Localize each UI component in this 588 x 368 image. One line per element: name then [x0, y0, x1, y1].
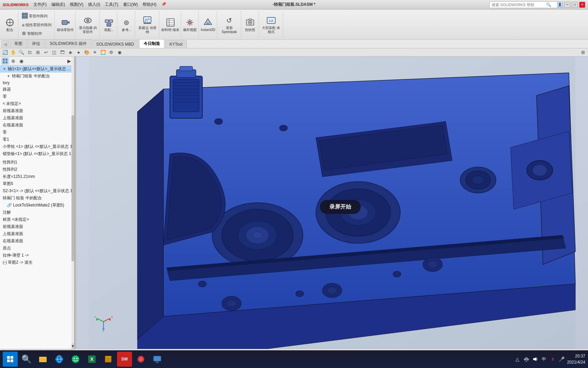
tree-item-door-mates[interactable]: 轿厢门 组装 中的配合 [0, 195, 74, 202]
search-icon[interactable]: 🔍 [546, 2, 551, 7]
screen-app-button[interactable] [150, 352, 165, 367]
tree-item-lock-sketch[interactable]: 🔗 LockToSketchMate2 (草图5) [0, 202, 74, 209]
tree-item-front-plane2[interactable]: 前视基准面 [0, 223, 74, 230]
tree-item-9[interactable]: 零 [0, 129, 74, 136]
app-red-button[interactable] [133, 352, 148, 367]
prev-view-icon[interactable]: ↩ [42, 49, 50, 56]
tree-item-pattern2[interactable]: 性阵列2 [0, 166, 74, 173]
tab-solidworks-mbd[interactable]: SOLIDWORKS MBD [92, 40, 138, 48]
tree-item-pattern1[interactable]: 性阵列1 [0, 159, 74, 166]
menu-insert[interactable]: 插入(I) [86, 1, 102, 8]
view-settings-icon[interactable]: ⚙ [108, 49, 115, 56]
tab-hidden[interactable]: ◁ [1, 40, 9, 48]
tree-item-right-plane2[interactable]: 右视基准面 [0, 237, 74, 245]
menu-pin[interactable]: 📌 [159, 1, 168, 8]
tab-evaluate[interactable]: 评估 [28, 39, 45, 48]
tree-item-mates[interactable]: ▼ 轿厢门组装 中的配合 [0, 73, 74, 80]
excel-button[interactable]: X [84, 352, 99, 367]
menu-tools[interactable]: 工具(T) [103, 1, 120, 8]
help-search-input[interactable] [492, 3, 546, 7]
section-view-icon[interactable]: ◫ [50, 49, 58, 56]
menu-edit[interactable]: 编辑(E) [49, 1, 67, 8]
tree-item-annotation[interactable]: 注解 [0, 209, 74, 216]
tree-item-pulley[interactable]: 小带轮 <1> (默认 <<默认>_显示状态 1 [0, 143, 74, 150]
close-button[interactable]: ✕ [579, 2, 585, 8]
rotate-view-icon[interactable]: 🔄 [1, 49, 9, 56]
tray-sound[interactable] [532, 356, 539, 363]
help-search[interactable]: 🔍 [489, 1, 557, 8]
menu-help[interactable]: 帮助(H) [141, 1, 159, 8]
tree-item-tory[interactable]: tory [0, 80, 74, 86]
zoom-window-icon[interactable]: ⊡ [26, 49, 33, 56]
screen-record-button[interactable]: 录屏开始 [320, 200, 361, 214]
linear-pattern-btn[interactable]: ≡ 线性零部件阵列 [20, 22, 53, 29]
tab-kytool[interactable]: KYTool [165, 40, 187, 48]
view-orientation-icon[interactable]: 🗔 [59, 49, 66, 56]
configuration-manager-icon[interactable]: ◉ [18, 57, 25, 65]
tab-solidworks-plugins[interactable]: SOLIDWORKS 插件 [45, 39, 91, 48]
tree-item-extrude-thin[interactable]: 拉伸-薄壁 1 -> [0, 252, 74, 259]
3d-viewport[interactable]: 录屏开始 X Y Z [76, 57, 588, 349]
tree-item-s2-3[interactable]: S2-3<1> -> (默认 <<默认>_显示状态 1 [0, 187, 74, 195]
maximize-button[interactable]: □ [572, 2, 578, 8]
tree-item-origin[interactable]: 原点 [0, 245, 74, 252]
start-button[interactable] [3, 352, 18, 367]
scrollbar-thumb[interactable] [71, 115, 74, 261]
tree-item-front-plane[interactable]: 前视基准面 [0, 107, 74, 114]
display-style-icon[interactable]: ◈ [67, 49, 74, 56]
toolbar-instant3d[interactable]: 3D Instant3D [199, 11, 217, 39]
fit-all-icon[interactable]: ⊞ [34, 49, 42, 56]
toolbar-capture[interactable]: 拍快照 [242, 11, 259, 39]
tree-item-unspecified[interactable]: < 未指定> [0, 100, 74, 107]
system-clock[interactable]: 20:37 2021/4/24 [567, 353, 585, 365]
panel-scrollbar[interactable]: ▼ [71, 57, 74, 349]
tree-item-axis[interactable]: ▼ 轴1<1> (默认<<默认>_显示状态 1>) [0, 65, 74, 73]
smart-fastener-btn[interactable]: ⚙ 智能扣件 [20, 30, 53, 37]
scroll-down-arrow[interactable]: ▼ [71, 343, 74, 349]
menu-file[interactable]: 文件(F) [31, 1, 49, 8]
tray-lang-cn[interactable]: 中 [541, 356, 548, 363]
hide-show-icon[interactable]: ● [75, 49, 82, 56]
browser-button[interactable] [52, 352, 67, 367]
tree-item-top-plane[interactable]: 上视基准面 [0, 114, 74, 122]
tray-up-arrow[interactable]: △ [514, 356, 521, 363]
edit-appearance-icon[interactable]: 🎨 [83, 49, 91, 56]
scene-icon[interactable]: ☀ [91, 49, 99, 56]
tree-item-10[interactable]: 零1 [0, 136, 74, 143]
tray-network[interactable] [523, 356, 530, 363]
solidworks-taskbar-button[interactable]: SW [117, 352, 132, 367]
tree-item-3[interactable]: 路器 [0, 86, 74, 93]
toolbar-assembly[interactable]: 装配... [100, 11, 117, 39]
menu-view[interactable]: 视图(V) [68, 1, 85, 8]
tab-today-manufacturing[interactable]: 今日制造 [139, 39, 164, 48]
expand-icon[interactable]: ⊞ [579, 49, 587, 56]
tree-item-sketch5[interactable]: 草图5 [0, 180, 74, 187]
user-icon[interactable]: 👤 [557, 2, 563, 8]
toolbar-mate[interactable]: 配合 [1, 11, 18, 39]
tray-solidworks-tray[interactable]: S [550, 356, 556, 363]
part-instances-btn[interactable]: 零部件阵列 [20, 12, 53, 20]
package-button[interactable] [101, 352, 116, 367]
toolbar-move-component[interactable]: 移动零部件 [55, 11, 76, 39]
toolbar-show-hide[interactable]: 显示隐藏 的零部件 [76, 11, 100, 39]
toolbar-speedpak[interactable]: ↺ 更新 Speedpak [218, 11, 241, 39]
toolbar-large-assembly[interactable]: LA 大型装配 体模式 [260, 11, 283, 39]
toolbar-new-motion[interactable]: 新建运 动算例 [136, 11, 159, 39]
realview-icon[interactable]: ◉ [116, 49, 123, 56]
apply-scene-icon[interactable]: 🌅 [99, 49, 107, 56]
pan-view-icon[interactable]: ✋ [10, 49, 17, 56]
toolbar-reference[interactable]: ⊛ 参考... [118, 11, 135, 39]
tray-mic[interactable]: 🎤 [558, 356, 565, 363]
tree-item-lock-plate[interactable]: 锁垫板<1> (默认 <<默认>_显示状态 1 [0, 150, 74, 157]
tree-item-top-plane2[interactable]: 上视基准面 [0, 230, 74, 237]
tree-item-4[interactable]: 零 [0, 93, 74, 100]
menu-window[interactable]: 窗口(W) [121, 1, 140, 8]
feature-manager-icon[interactable] [1, 57, 9, 65]
tree-item-material[interactable]: 材质 <未指定> [0, 216, 74, 223]
file-explorer-button[interactable] [35, 352, 50, 367]
property-manager-icon[interactable]: ⊕ [10, 57, 17, 65]
toolbar-bom[interactable]: 材料明 细表 [160, 11, 181, 39]
wechat-button[interactable] [68, 352, 83, 367]
tab-sketch[interactable]: 草图 [10, 39, 27, 48]
search-taskbar-button[interactable]: 🔍 [19, 352, 34, 367]
